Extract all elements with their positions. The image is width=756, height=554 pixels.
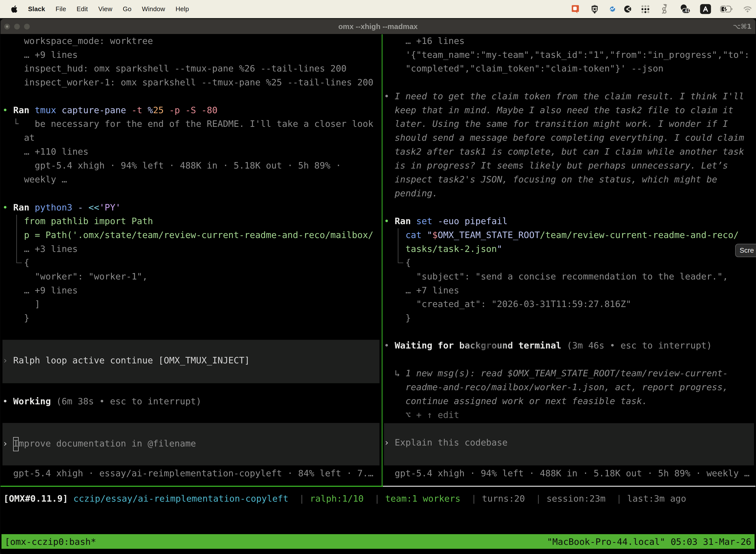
terminal-line: "completed","claim_token":"claim-token"}… [384, 61, 664, 75]
prompt-input-left[interactable]: › Improve documentation in @filename [2, 436, 196, 450]
count-badge-text: ..61 [683, 8, 690, 13]
inactive-pane-border [383, 486, 756, 487]
terminal-line: … +3 lines [2, 242, 78, 256]
terminal-line: later. Using the same for transition mig… [384, 117, 728, 131]
terminal-line: ↳ 1 new msg(s): read $OMX_TEAM_STATE_ROO… [384, 366, 728, 380]
terminal-line: inspect task2's JSON, focusing on the st… [384, 172, 717, 186]
wifi-icon[interactable] [743, 6, 752, 12]
menu-go[interactable]: Go [123, 5, 131, 13]
terminal-line: at [2, 130, 35, 145]
menu-view[interactable]: View [98, 5, 112, 13]
window-title: omx --xhigh --madmax [0, 19, 756, 34]
keyboard-layout-icon[interactable]: A [700, 4, 711, 14]
terminal-line: "subject": "send a concise recommendatio… [384, 269, 728, 283]
chat-icon[interactable] [571, 5, 579, 13]
terminal-line: is in progress? It seems likely but perh… [384, 158, 728, 172]
apple-menu-icon[interactable] [11, 5, 18, 13]
terminal-window: omx --xhigh --madmax ⌥⌘1 workspace_mode:… [0, 19, 756, 554]
menu-slack[interactable]: Slack [28, 5, 45, 13]
terminal-line: inspect_worker-1: omx sparkshell --tmux-… [2, 75, 374, 89]
battery-charging-icon[interactable] [720, 5, 733, 13]
command-ran-python3: • Ran python3 - <<'PY' [2, 200, 121, 214]
terminal-line: { [2, 256, 29, 270]
terminal-line: task2 after task1 is complete, but can I… [384, 145, 744, 159]
active-pane-border [0, 486, 383, 487]
model-status-right: gpt-5.4 xhigh · 94% left · 488K in · 5.1… [384, 466, 750, 480]
blue-badge-icon[interactable] [610, 6, 616, 12]
wireguard-dragon-icon[interactable] [662, 4, 667, 14]
terminal-line: … +9 lines [2, 283, 78, 297]
tmux-status-bar[interactable]: [omx-cczip0:bash*"MacBook-Pro-44.local" … [1, 534, 755, 549]
tmux-host-clock: "MacBook-Pro-44.local" 05:03 31-Mar-26 [547, 536, 751, 547]
terminal-line: ] [2, 297, 40, 311]
terminal-line: '{"team_name":"my-team","task_id":"1","f… [384, 48, 750, 62]
thinking-text: • I need to get the claim token from the… [384, 89, 744, 103]
terminal-content[interactable]: workspace_mode: worktree … +9 lines insp… [0, 34, 756, 554]
shield-grid-icon[interactable] [591, 5, 598, 13]
terminal-line: "created_at": "2026-03-31T11:59:27.816Z" [384, 297, 631, 311]
terminal-line: gpt-5.4 xhigh · 94% left · 488K in · 5.1… [2, 158, 341, 172]
window-shortcut-badge: ⌥⌘1 [733, 19, 752, 34]
menu-file[interactable]: File [56, 5, 66, 13]
menu-items: SlackFileEditViewGoWindowHelp [28, 5, 194, 13]
keyboard-layout-letter: A [703, 13, 708, 14]
waiting-status: • Waiting for background terminal (3m 46… [384, 338, 712, 352]
tmux-session-label: [omx-cczip0:bash* [5, 536, 96, 547]
terminal-line: … +7 lines [384, 283, 459, 297]
terminal-line: … +110 lines [2, 145, 88, 159]
menubar-status-icons: ..61 A [571, 0, 756, 18]
terminal-line: "worker": "worker-1", [2, 269, 147, 283]
omx-status-line: [OMX#0.11.9] cczip/essay/ai-reimplementa… [3, 491, 686, 506]
terminal-line: } [2, 311, 29, 325]
pane-divider[interactable] [382, 34, 382, 486]
terminal-line: └ be necessary for the end of the README… [2, 117, 374, 131]
count-badge-icon[interactable]: ..61 [680, 4, 691, 14]
ralph-loop-message: › Ralph loop active continue [OMX_TMUX_I… [2, 353, 250, 367]
menu-help[interactable]: Help [176, 5, 189, 13]
terminal-line: pending. [384, 186, 438, 200]
terminal-line: from pathlib import Path [2, 214, 153, 228]
window-titlebar[interactable]: omx --xhigh --madmax ⌥⌘1 [0, 19, 756, 34]
menu-bar: SlackFileEditViewGoWindowHelp [0, 0, 756, 18]
command-ran-set: • Ran set -euo pipefail [384, 214, 508, 228]
terminal-line: should send a message before completing … [384, 130, 744, 145]
terminal-line: … +16 lines [384, 34, 464, 48]
terminal-line: inspect_hud: omx sparkshell --tmux-pane … [2, 61, 346, 75]
terminal-line: continue assigned work or next feasible … [384, 394, 647, 408]
menu-window[interactable]: Window [142, 5, 165, 13]
terminal-line: cat "$OMX_TEAM_STATE_ROOT/team/review-cu… [384, 228, 739, 242]
dots-grid-icon[interactable] [641, 5, 649, 13]
command-ran-tmux: • Ran tmux capture-pane -t %25 -p -S -80 [2, 103, 217, 117]
screen: SlackFileEditViewGoWindowHelp [0, 0, 756, 554]
terminal-line: tasks/task-2.json" [384, 242, 502, 256]
terminal-line: p = Path('.omx/state/team/review-current… [2, 228, 374, 242]
screen-overlay-label: Scre [740, 246, 754, 255]
terminal-line: … +9 lines [2, 48, 78, 62]
camera-shutter-icon[interactable] [624, 5, 632, 13]
terminal-line: readme-and-reco/mailbox/worker-1.json, a… [384, 380, 728, 394]
prompt-input-right[interactable]: › Explain this codebase [384, 435, 508, 449]
terminal-line: keep that in mind. Maybe I also need the… [384, 103, 734, 117]
terminal-line: weekly … [2, 172, 67, 186]
terminal-line: ⌥ + ↑ edit [384, 408, 459, 422]
terminal-line: { [384, 256, 411, 270]
screen-overlay-button[interactable]: Scre [735, 244, 756, 257]
text-cursor [13, 437, 19, 451]
working-status: • Working (6m 38s • esc to interrupt) [2, 394, 201, 408]
terminal-line: workspace_mode: worktree [2, 34, 153, 48]
terminal-line: } [384, 311, 411, 325]
menu-edit[interactable]: Edit [77, 5, 88, 13]
model-status-left: gpt-5.4 xhigh · essay/ai-reimplementatio… [2, 466, 374, 480]
